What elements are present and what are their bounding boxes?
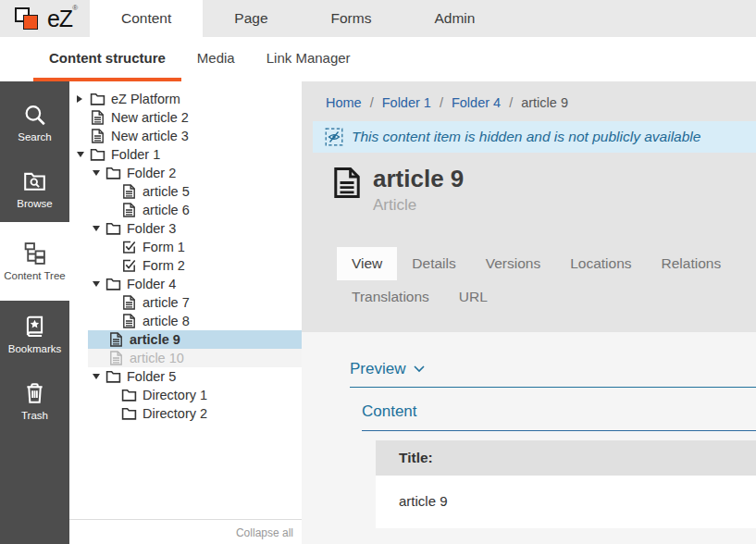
- chevron-down-icon[interactable]: [93, 374, 105, 379]
- preview-section-toggle[interactable]: Preview: [350, 360, 756, 388]
- folder-icon: [121, 388, 137, 402]
- hidden-content-notice: This content item is hidden and is not p…: [313, 121, 756, 153]
- tree-item-folder-3[interactable]: Folder 3: [69, 219, 302, 238]
- sidebar-item-browse[interactable]: Browse: [0, 155, 69, 222]
- tree-item-directory-1[interactable]: Directory 1: [69, 386, 302, 404]
- tree-item-label: Form 1: [143, 240, 185, 254]
- field-title: Title: article 9: [376, 440, 756, 528]
- breadcrumb-link-folder-4[interactable]: Folder 4: [452, 95, 501, 110]
- registered-mark: ®: [72, 4, 77, 12]
- breadcrumb-link-home[interactable]: Home: [326, 95, 362, 110]
- sidebar-item-label: Trash: [21, 410, 48, 421]
- view-tab-body: Preview Content Title: article 9: [302, 332, 756, 528]
- page-title: article 9: [373, 166, 464, 192]
- nav-tab-forms[interactable]: Forms: [300, 0, 403, 37]
- subnav-tab-media[interactable]: Media: [181, 37, 251, 81]
- article-icon: [108, 351, 124, 365]
- breadcrumb-separator: /: [509, 95, 513, 110]
- article-icon: [90, 110, 105, 125]
- breadcrumb-link-folder-1[interactable]: Folder 1: [382, 95, 431, 110]
- main-content: Home / Folder 1 / Folder 4 / article 9 T…: [302, 81, 756, 544]
- tree-item-article-8[interactable]: article 8: [69, 312, 302, 330]
- tab-url[interactable]: URL: [444, 280, 502, 314]
- tree-item-label: Folder 4: [127, 277, 176, 291]
- nav-tab-content[interactable]: Content: [90, 0, 203, 37]
- tab-locations[interactable]: Locations: [555, 247, 646, 280]
- tree-item-article-7[interactable]: article 7: [69, 293, 302, 312]
- tab-versions[interactable]: Versions: [471, 247, 555, 280]
- folder-icon: [90, 147, 105, 162]
- tree-item-ez-platform[interactable]: eZ Platform: [69, 90, 302, 108]
- nav-tab-page[interactable]: Page: [203, 0, 299, 37]
- tree-item-directory-2[interactable]: Directory 2: [69, 404, 302, 423]
- chevron-down-icon[interactable]: [93, 281, 105, 287]
- sidebar-item-bookmarks[interactable]: Bookmarks: [0, 301, 69, 367]
- tree-item-article-5[interactable]: article 5: [69, 182, 302, 201]
- folder-icon: [105, 369, 121, 384]
- tree-item-new-article-2[interactable]: New article 2: [69, 108, 302, 127]
- tab-relations[interactable]: Relations: [647, 247, 737, 280]
- content-section-heading: Content: [362, 402, 756, 431]
- tree-item-folder-2[interactable]: Folder 2: [69, 164, 302, 182]
- tree-item-article-9-selected[interactable]: article 9: [88, 330, 302, 349]
- chevron-down-icon[interactable]: [93, 226, 105, 231]
- tree-item-form-2[interactable]: Form 2: [69, 256, 302, 275]
- article-icon: [121, 184, 137, 199]
- article-icon: [333, 166, 361, 200]
- browse-icon: [22, 169, 47, 193]
- article-icon: [108, 332, 124, 347]
- folder-icon: [105, 277, 121, 291]
- chevron-down-icon[interactable]: [77, 152, 90, 157]
- chevron-down-icon: [414, 365, 425, 373]
- tree-item-label: article 9: [130, 332, 180, 347]
- tree-item-label: Folder 5: [127, 369, 176, 384]
- tree-item-label: Folder 1: [111, 147, 160, 162]
- tree-item-label: Folder 2: [127, 166, 176, 180]
- breadcrumb-current: article 9: [521, 95, 568, 110]
- logo-text: eZ®: [47, 6, 77, 32]
- article-icon: [121, 203, 137, 217]
- tree-item-article-6[interactable]: article 6: [69, 201, 302, 219]
- sidebar-item-content-tree[interactable]: Content Tree: [0, 222, 69, 301]
- chevron-right-icon[interactable]: [77, 95, 90, 103]
- tree-item-article-10-hidden[interactable]: article 10: [88, 349, 302, 367]
- folder-icon: [90, 92, 105, 106]
- sidebar-item-search[interactable]: Search: [0, 89, 69, 155]
- subnav-tab-link-manager[interactable]: Link Manager: [251, 37, 366, 81]
- tab-translations[interactable]: Translations: [337, 280, 444, 314]
- trash-icon: [22, 381, 47, 405]
- sidebar-item-trash[interactable]: Trash: [0, 367, 69, 434]
- breadcrumb-separator: /: [370, 95, 374, 110]
- article-icon: [121, 295, 137, 310]
- article-icon: [121, 314, 137, 328]
- tab-view[interactable]: View: [337, 247, 397, 280]
- left-sidebar: Search Browse Content Tree Bookmarks Tra…: [0, 81, 69, 544]
- breadcrumb-separator: /: [440, 95, 443, 110]
- tree-item-folder-4[interactable]: Folder 4: [69, 275, 302, 293]
- field-value: article 9: [376, 476, 756, 528]
- tree-item-new-article-3[interactable]: New article 3: [69, 127, 302, 145]
- tree-item-label: article 5: [143, 184, 190, 199]
- sub-nav: Content structure Media Link Manager: [0, 37, 756, 81]
- tree-item-label: eZ Platform: [111, 92, 180, 106]
- collapse-all-button[interactable]: Collapse all: [69, 519, 302, 544]
- tab-details[interactable]: Details: [397, 247, 470, 280]
- field-name: Title:: [376, 440, 756, 476]
- ez-logo-icon: [13, 5, 43, 32]
- folder-icon: [105, 166, 121, 180]
- subnav-tab-content-structure[interactable]: Content structure: [33, 37, 181, 81]
- chevron-down-icon[interactable]: [93, 170, 105, 176]
- tree-item-label: article 10: [130, 351, 184, 365]
- tree-item-folder-1[interactable]: Folder 1: [69, 145, 302, 164]
- ez-logo[interactable]: eZ®: [0, 0, 90, 37]
- bookmarks-icon: [22, 315, 47, 339]
- nav-tab-admin[interactable]: Admin: [403, 0, 506, 37]
- tree-item-folder-5[interactable]: Folder 5: [69, 367, 302, 386]
- tree-item-label: Directory 2: [143, 406, 207, 421]
- tree-item-form-1[interactable]: Form 1: [69, 238, 302, 256]
- breadcrumb: Home / Folder 1 / Folder 4 / article 9: [302, 81, 756, 121]
- content-title-block: article 9 Article: [302, 153, 756, 214]
- notice-text: This content item is hidden and is not p…: [352, 129, 700, 145]
- hidden-eye-icon: [325, 128, 343, 146]
- content-tabs: View Details Versions Locations Relation…: [337, 247, 749, 314]
